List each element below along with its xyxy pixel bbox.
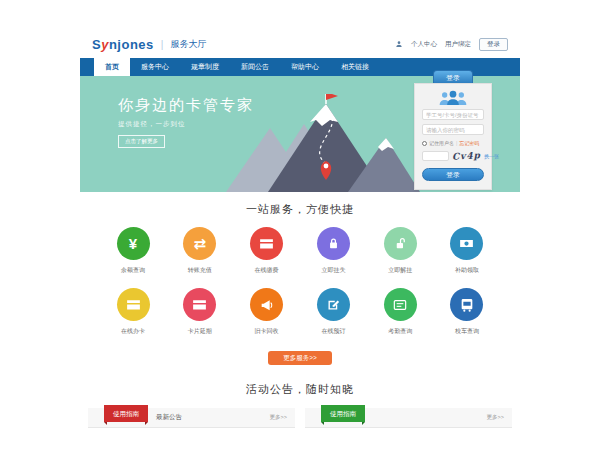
service-online-payment[interactable]: 在线缴费 — [238, 227, 296, 275]
service-report-loss[interactable]: 立即挂失 — [304, 227, 362, 275]
banknote-icon — [458, 235, 475, 252]
service-cancel-loss[interactable]: 立即解挂 — [371, 227, 429, 275]
remember-checkbox[interactable] — [422, 141, 427, 146]
nav-item-home[interactable]: 首页 — [94, 58, 130, 76]
megaphone-icon — [259, 297, 275, 313]
remember-row: 记住用户名 | 忘记密码 — [422, 140, 484, 146]
captcha-refresh-link[interactable]: 换一张 — [484, 153, 499, 159]
site-header: Synjones | 服务大厅 个人中心 用户绑定 登录 — [80, 30, 520, 58]
login-panel: 登录 记住用户名 | 忘记密码 Cv4p 换一张 — [414, 70, 492, 190]
lock-icon — [326, 236, 341, 251]
service-online-booking[interactable]: 在线预订 — [304, 288, 362, 336]
password-input[interactable] — [422, 124, 484, 135]
more-link-right[interactable]: 更多>> — [487, 414, 504, 421]
service-grid-row2: 在线办卡 卡片延期 旧卡回收 — [80, 288, 520, 336]
announcements-heading: 活动公告，随时知晓 — [80, 382, 520, 397]
service-card-extension[interactable]: 卡片延期 — [171, 288, 229, 336]
mountains-illustration — [208, 94, 423, 192]
usage-guide-ribbon-left[interactable]: 使用指南 — [104, 405, 148, 422]
nav-item-service-center[interactable]: 服务中心 — [130, 58, 180, 76]
announcements-section: 活动公告，随时知晓 使用指南 最新公告 更多>> 使用指南 更多>> — [80, 382, 520, 438]
login-form: 记住用户名 | 忘记密码 Cv4p 换一张 登录 — [414, 83, 492, 190]
user-icon — [395, 40, 403, 48]
user-binding-link[interactable]: 用户绑定 — [445, 40, 471, 49]
remember-label: 记住用户名 — [429, 140, 454, 146]
latest-news-tab[interactable]: 最新公告 — [156, 413, 182, 422]
logo-divider: | — [161, 39, 164, 50]
header-login-button[interactable]: 登录 — [479, 38, 508, 51]
service-grid-row1: ¥ 余额查询 ⇄ 转账充值 在线缴费 — [80, 227, 520, 275]
announcement-strip-left: 使用指南 最新公告 更多>> — [88, 408, 295, 428]
account-input[interactable] — [422, 109, 484, 120]
services-heading: 一站服务，方便快捷 — [80, 202, 520, 217]
hero-cta-button[interactable]: 点击了解更多 — [118, 135, 165, 148]
login-tab[interactable]: 登录 — [433, 70, 473, 83]
brand-logo-suffix: njones — [109, 37, 154, 52]
brand-logo-prefix: S — [92, 37, 101, 52]
service-subsidy-collect[interactable]: 补助领取 — [438, 227, 496, 275]
more-services-button[interactable]: 更多服务>> — [268, 351, 332, 365]
yen-icon: ¥ — [129, 236, 137, 251]
service-school-bus-inquiry[interactable]: 校车查询 — [438, 288, 496, 336]
site-name: 服务大厅 — [170, 38, 206, 51]
announcement-strips: 使用指南 最新公告 更多>> 使用指南 更多>> — [80, 408, 520, 428]
captcha-row: Cv4p 换一张 — [422, 151, 484, 161]
card-icon — [258, 235, 275, 252]
card-icon — [125, 296, 142, 313]
header-utility-links: 个人中心 用户绑定 登录 — [395, 38, 508, 51]
nav-item-related-links[interactable]: 相关链接 — [330, 58, 380, 76]
unlock-icon — [393, 236, 408, 251]
remember-divider: | — [456, 140, 457, 146]
service-attendance-inquiry[interactable]: 考勤查询 — [371, 288, 429, 336]
nav-item-help-center[interactable]: 帮助中心 — [280, 58, 330, 76]
service-old-card-recycle[interactable]: 旧卡回收 — [238, 288, 296, 336]
announcement-strip-right: 使用指南 更多>> — [305, 408, 512, 428]
captcha-input[interactable] — [422, 151, 449, 161]
users-group-icon — [438, 90, 468, 105]
service-transfer-recharge[interactable]: ⇄ 转账充值 — [171, 227, 229, 275]
brand-logo[interactable]: Synjones — [92, 37, 154, 52]
captcha-image: Cv4p — [452, 150, 481, 162]
service-balance-inquiry[interactable]: ¥ 余额查询 — [104, 227, 162, 275]
brand-logo-accent: y — [101, 37, 109, 52]
forgot-password-link[interactable]: 忘记密码 — [459, 140, 479, 146]
personal-center-link[interactable]: 个人中心 — [411, 40, 437, 49]
nav-item-news[interactable]: 新闻公告 — [230, 58, 280, 76]
card-icon — [191, 296, 208, 313]
bus-icon — [459, 297, 475, 313]
browser-viewport: Synjones | 服务大厅 个人中心 用户绑定 登录 首页 服务中心 规章制… — [0, 0, 600, 450]
page-container: Synjones | 服务大厅 个人中心 用户绑定 登录 首页 服务中心 规章制… — [80, 30, 520, 438]
login-submit-button[interactable]: 登录 — [422, 168, 484, 181]
attendance-icon — [392, 297, 408, 313]
edit-icon — [326, 297, 341, 312]
services-section: 一站服务，方便快捷 ¥ 余额查询 ⇄ 转账充值 在线缴费 — [80, 192, 520, 365]
service-online-card-apply[interactable]: 在线办卡 — [104, 288, 162, 336]
more-link-left[interactable]: 更多>> — [270, 414, 287, 421]
usage-guide-ribbon-right[interactable]: 使用指南 — [321, 405, 365, 422]
nav-item-regulations[interactable]: 规章制度 — [180, 58, 230, 76]
transfer-icon: ⇄ — [194, 236, 207, 251]
